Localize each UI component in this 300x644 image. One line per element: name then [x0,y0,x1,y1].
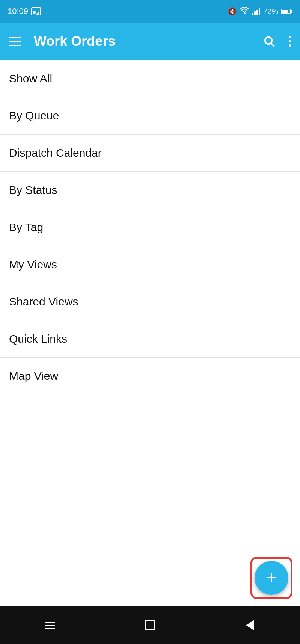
status-bar-right: 🔇 72% [228,7,292,16]
menu-button[interactable] [8,36,23,47]
mute-icon: 🔇 [228,7,237,16]
more-vert-icon [289,36,291,47]
svg-point-1 [265,37,272,44]
page-title: Work Orders [34,33,254,49]
menu-item-by-tag[interactable]: By Tag [0,209,300,246]
signal-icon [252,8,260,15]
add-icon: + [266,568,277,587]
back-button[interactable] [239,614,261,636]
wifi-icon [240,7,249,16]
menu-list: Show AllBy QueueDispatch CalendarBy Stat… [0,60,300,395]
app-bar-actions [262,34,292,49]
status-bar-left: 10:09 [8,6,41,16]
menu-item-quick-links[interactable]: Quick Links [0,320,300,358]
time-display: 10:09 [8,6,28,16]
battery-percent: 72% [263,7,278,16]
back-icon [246,620,254,630]
more-options-button[interactable] [287,35,292,48]
add-button[interactable]: + [255,561,288,595]
status-bar: 10:09 🔇 72% [0,0,300,23]
bottom-nav-bar [0,606,300,644]
recent-apps-button[interactable] [39,614,61,636]
hamburger-icon [9,37,21,46]
search-icon [263,35,275,47]
menu-item-show-all[interactable]: Show All [0,60,300,97]
home-button[interactable] [139,614,161,636]
image-notification-icon [31,7,41,15]
menu-item-by-status[interactable]: By Status [0,172,300,209]
home-icon [145,620,155,630]
recent-apps-icon [45,622,55,629]
fab-highlight: + [250,557,292,599]
menu-item-my-views[interactable]: My Views [0,246,300,283]
fab-container: + [250,557,292,599]
svg-point-0 [244,13,245,14]
menu-item-dispatch-calendar[interactable]: Dispatch Calendar [0,135,300,172]
menu-item-map-view[interactable]: Map View [0,358,300,395]
menu-item-by-queue[interactable]: By Queue [0,97,300,135]
svg-line-2 [271,43,274,46]
app-bar: Work Orders [0,23,300,60]
battery-icon [281,9,292,14]
menu-item-shared-views[interactable]: Shared Views [0,283,300,320]
search-button[interactable] [262,34,277,49]
